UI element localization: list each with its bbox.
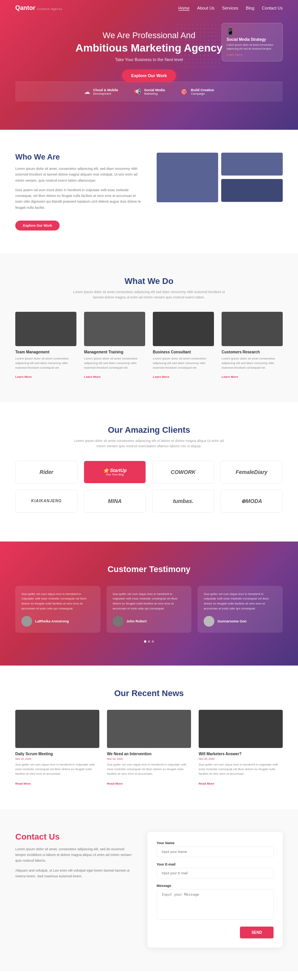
what-subtitle: Lorem ipsum dolor sit amet consectetur a… [73,289,225,300]
what-we-do-section: What We Do Lorem ipsum dolor sit amet co… [0,253,298,402]
feature-cloud: ☁ Cloud & Mobile Development [84,88,118,95]
feature-campaign: 🎯 Build Creative Campaign [180,88,214,95]
nav-contact[interactable]: Contact Us [262,6,283,11]
service-research-title: Customers Research [222,350,283,354]
send-button[interactable]: SEND [240,927,274,938]
dot-2[interactable] [148,640,150,643]
hero-section: We Are Professional And Ambitious Market… [0,0,298,130]
client-kiaikanjeng: KIAIKANJENG [15,490,78,513]
service-consultant: Business Consultant Lorem ipsum dolor si… [153,312,214,379]
who-left: Who We Are Lorem ipsum dolor sit amet, c… [15,153,141,230]
hero-content: We Are Professional And Ambitious Market… [15,31,283,82]
email-field-group: Your E-mail [157,862,274,878]
testimony-2: Sua quifer vel cum siqua revo in hendrer… [107,586,192,633]
nav-home[interactable]: Home [178,6,189,11]
contact-para1: Lorem ipsum dolor sit amet, consectetur … [15,846,132,864]
contact-para2: Aliquam and volutpat, ut Leo enim elit v… [15,868,132,880]
service-research-desc: Lorem ipsum dolor sit amet consectetur a… [222,356,283,370]
clients-section: Our Amazing Clients Lorem ipsum dolor si… [0,402,298,542]
news-heading: Our Recent News [15,688,283,698]
news-3: Will Marketers Answer? Nov 20, 2020 Sua … [199,710,283,786]
testimony-3-text: Sua quifer vel cum siqua revo in hendrer… [204,592,277,611]
service-consultant-title: Business Consultant [153,350,214,354]
who-cta-button[interactable]: Explore Our Work [15,221,60,230]
message-label: Message [157,884,274,888]
contact-left: Contact Us Lorem ipsum dolor sit amet, c… [15,832,132,948]
news-2-title: We Need an Intervention [107,752,191,756]
news-2: We Need an Intervention Nov 18, 2020 Sua… [107,710,191,786]
service-research-image [222,312,283,346]
testimony-3: Sua quifer vel cum siqua revo in hendrer… [198,586,283,633]
nav-about[interactable]: About Us [197,6,214,11]
contact-section: Contact Us Lorem ipsum dolor sit amet, c… [0,809,298,970]
news-1-text: Sua quifer vel cum siqua revo in hendrer… [15,762,99,776]
who-right [157,153,283,202]
hero-title: Ambitious Marketing Agency [15,42,283,54]
name-label: Your Name [157,841,274,845]
who-image-3 [221,179,283,202]
client-mina: MINA [84,490,146,513]
who-para2: Duis autem vel eum iriure dolor in hendr… [15,187,141,211]
service-team-desc: Lorem ipsum dolor sit amet consectetur a… [15,356,76,370]
cloud-icon: ☁ [84,88,90,95]
nav-blog[interactable]: Blog [246,6,254,11]
who-we-are-section: Who We Are Lorem ipsum dolor sit amet, c… [0,130,298,253]
testimony-1: Sua quifer vel cum siqua revo in hendrer… [15,586,100,633]
client-tumbas: tumbas. [152,490,214,513]
news-1-link[interactable]: Read More [15,782,31,785]
hero-description: Take Your Business to the Next level [15,57,283,62]
hero-cta-button[interactable]: Explore Our Work [122,69,176,82]
testimony-2-author: John Robert [113,616,186,627]
news-1-image [15,710,99,748]
message-input[interactable] [157,889,274,920]
news-2-link[interactable]: Read More [107,782,123,785]
dot-3[interactable] [152,640,154,643]
campaign-icon: 🎯 [180,88,188,95]
name-input[interactable] [157,846,274,857]
service-training-title: Management Training [84,350,145,354]
news-1-title: Daily Scrum Meeting [15,752,99,756]
client-rider: Rider [15,461,78,484]
news-1-date: Nov 15, 2020 [15,758,99,760]
service-research-link[interactable]: Learn More [222,375,238,379]
client-femalediary: FemaleDiary [220,461,283,484]
service-consultant-image [153,312,214,346]
navbar: Qantor Creative Agency Home About Us Ser… [0,0,298,16]
testimony-1-author: LaRheika Armstrong [21,616,94,627]
service-team-link[interactable]: Learn More [15,375,32,379]
testimony-grid: Sua quifer vel cum siqua revo in hendrer… [15,586,283,633]
service-training-desc: Lorem ipsum dolor sit amet consectetur a… [84,356,145,370]
hero-features: ☁ Cloud & Mobile Development 📢 Social Me… [15,82,283,102]
testimony-dots [15,640,283,643]
who-para1: Lorem ipsum dolor sit amet, consectetur … [15,166,141,184]
service-consultant-link[interactable]: Learn More [153,375,169,379]
service-team-title: Team Management [15,350,76,354]
news-2-text: Sua quifer vel cum siqua revo in hendrer… [107,762,191,776]
testimony-2-text: Sua quifer vel cum siqua revo in hendrer… [113,592,186,611]
who-heading: Who We Are [15,153,141,161]
service-team: Team Management Lorem ipsum dolor sit am… [15,312,76,379]
contact-heading: Contact Us [15,832,132,842]
testimony-2-avatar [113,616,123,627]
testimony-3-avatar [204,616,214,627]
clients-subtitle: Lorem ipsum dolor sit amet consectetur a… [73,438,225,449]
message-field-group: Message [157,884,274,921]
news-3-title: Will Marketers Answer? [199,752,283,756]
service-training-link[interactable]: Learn More [84,375,100,379]
news-3-image [199,710,283,748]
service-consultant-desc: Lorem ipsum dolor sit amet consectetur a… [153,356,214,370]
clients-grid-row1: Rider ⭐ StartUp Fine Time Blog COWORK Fe… [15,461,283,484]
news-3-text: Sua quifer vel cum siqua revo in hendrer… [199,762,283,776]
hero-subtitle: We Are Professional And [15,31,283,40]
email-input[interactable] [157,868,274,878]
clients-heading: Our Amazing Clients [15,425,283,435]
nav-services[interactable]: Services [222,6,238,11]
social-icon: 📢 [133,88,141,95]
news-2-date: Nov 18, 2020 [107,758,191,760]
dot-1[interactable] [144,640,146,643]
service-training-image [84,312,145,346]
email-label: Your E-mail [157,862,274,866]
client-cowork: COWORK [152,461,214,484]
news-3-link[interactable]: Read More [199,782,214,785]
logo: Qantor Creative Agency [15,5,62,11]
